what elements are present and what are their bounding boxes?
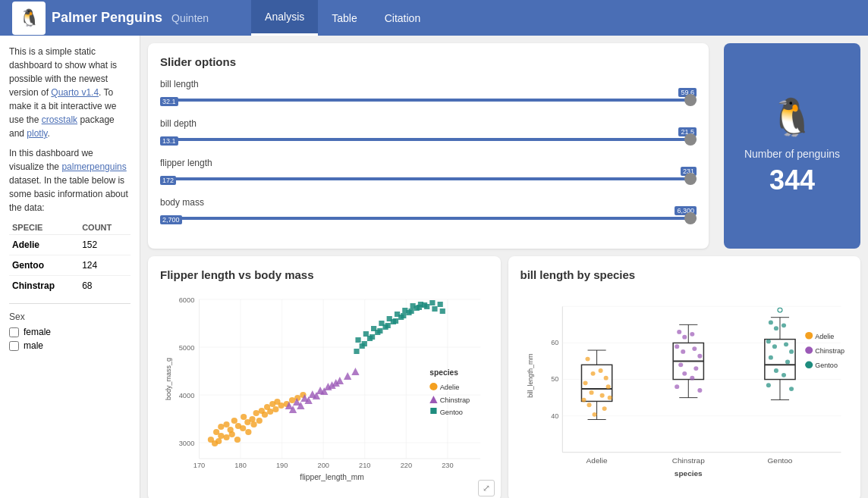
slider-title: Slider options: [160, 55, 697, 68]
slider-panel: Slider options bill length 32.1 59.6 bil…: [148, 43, 709, 249]
slider-track-1: 13.1 21.5: [160, 138, 697, 141]
stat-number: 344: [769, 164, 815, 196]
nav-menu: Analysis Table Citation: [251, 0, 434, 36]
svg-point-176: [789, 349, 794, 354]
count-cell: 124: [79, 255, 131, 276]
slider-thumb-3[interactable]: [684, 212, 697, 224]
svg-point-141: [607, 396, 612, 400]
slider-thumb-0[interactable]: [684, 94, 697, 106]
svg-point-156: [678, 362, 683, 367]
svg-point-106: [429, 383, 437, 390]
svg-text:Adelie: Adelie: [440, 384, 460, 391]
svg-rect-95: [370, 334, 375, 340]
svg-point-46: [262, 412, 268, 418]
slider-min-3: 2,700: [160, 215, 182, 224]
svg-text:230: 230: [442, 462, 453, 469]
svg-text:Gentoo: Gentoo: [440, 409, 463, 416]
plotly-link[interactable]: plotly: [27, 128, 47, 139]
svg-text:5000: 5000: [179, 344, 195, 352]
svg-point-39: [223, 434, 229, 440]
svg-text:180: 180: [234, 462, 246, 469]
nav-table[interactable]: Table: [318, 0, 370, 36]
male-checkbox[interactable]: [9, 341, 19, 351]
app-subtitle: Quinten: [171, 12, 209, 24]
svg-point-157: [693, 366, 698, 371]
content-area: Slider options bill length 32.1 59.6 bil…: [140, 36, 868, 498]
svg-rect-94: [362, 341, 367, 346]
slider-thumb-2[interactable]: [684, 173, 697, 185]
svg-text:210: 210: [359, 462, 370, 469]
svg-point-130: [590, 371, 595, 376]
penguins-link[interactable]: palmerpenguins: [61, 161, 126, 172]
boxplot-area: 40 50 60 bill_length_mm: [520, 292, 849, 489]
svg-point-40: [229, 431, 235, 437]
scatter-fullscreen-button[interactable]: ⤢: [478, 480, 495, 496]
svg-text:Gentoo: Gentoo: [767, 456, 792, 465]
svg-point-171: [773, 326, 778, 330]
count-cell: 152: [79, 235, 131, 255]
svg-point-158: [682, 371, 687, 376]
svg-point-172: [781, 323, 785, 327]
slider-thumb-1[interactable]: [684, 133, 697, 146]
svg-marker-108: [429, 396, 437, 403]
svg-point-32: [249, 416, 255, 422]
svg-text:Gentoo: Gentoo: [815, 362, 838, 369]
sliders-list: bill length 32.1 59.6 bill depth 13.1 21…: [160, 79, 697, 226]
svg-point-175: [784, 342, 788, 346]
svg-text:bill_length_mm: bill_length_mm: [526, 354, 533, 398]
svg-point-49: [278, 402, 284, 409]
table-row: Chinstrap68: [9, 276, 131, 296]
svg-text:50: 50: [551, 376, 558, 384]
svg-point-161: [697, 388, 702, 393]
slider-track-wrap-2[interactable]: 172 231: [160, 171, 697, 186]
slider-row-0: bill length 32.1 59.6: [160, 79, 697, 108]
svg-point-44: [250, 421, 256, 428]
scatter-area: 6000 5000 4000 3000 170 180 190 200 210 …: [160, 292, 489, 489]
svg-rect-102: [424, 304, 429, 309]
svg-point-180: [781, 373, 785, 377]
slider-track-wrap-1[interactable]: 13.1 21.5: [160, 132, 697, 147]
svg-point-135: [599, 393, 604, 398]
svg-point-131: [598, 368, 602, 373]
svg-rect-92: [438, 302, 443, 307]
count-cell: 68: [79, 276, 131, 296]
scatter-svg: 6000 5000 4000 3000 170 180 190 200 210 …: [160, 292, 489, 489]
crosstalk-link[interactable]: crosstalk: [42, 114, 77, 125]
quarto-link[interactable]: Quarto v1.4: [51, 87, 99, 98]
svg-point-160: [675, 384, 679, 389]
svg-text:6000: 6000: [179, 296, 195, 304]
svg-point-179: [773, 368, 778, 373]
slider-track-wrap-0[interactable]: 32.1 59.6: [160, 92, 697, 108]
nav-analysis[interactable]: Analysis: [251, 0, 318, 36]
svg-point-150: [682, 335, 687, 340]
svg-point-149: [677, 330, 681, 334]
female-checkbox-row: female: [9, 327, 131, 337]
col-count: COUNT: [79, 221, 131, 235]
svg-point-181: [766, 383, 770, 387]
slider-label-2: flipper length: [160, 158, 697, 168]
svg-point-134: [589, 390, 593, 395]
nav-citation[interactable]: Citation: [371, 0, 434, 36]
svg-point-28: [231, 418, 237, 424]
brand: 🐧 Palmer Penguins Quinten: [12, 2, 209, 35]
stat-card: 🐧 Number of penguins 344: [724, 43, 860, 249]
svg-point-163: [777, 308, 782, 312]
female-checkbox[interactable]: [9, 327, 19, 337]
svg-rect-98: [393, 318, 398, 324]
app-title: Palmer Penguins: [52, 10, 162, 26]
svg-rect-103: [432, 306, 437, 312]
svg-text:Adelie: Adelie: [586, 456, 607, 465]
slider-row-2: flipper length 172 231: [160, 158, 697, 186]
slider-track-wrap-3[interactable]: 2,700 6,300: [160, 211, 697, 226]
sidebar-desc1: This is a simple static dashboard to sho…: [9, 45, 131, 140]
svg-point-178: [785, 360, 790, 365]
svg-rect-91: [429, 300, 435, 305]
svg-text:species: species: [429, 368, 458, 377]
male-label: male: [24, 340, 43, 351]
svg-point-177: [768, 355, 772, 360]
svg-rect-73: [355, 337, 360, 343]
svg-rect-93: [354, 349, 359, 354]
divider: [9, 303, 131, 304]
svg-rect-101: [417, 305, 422, 310]
svg-text:40: 40: [551, 412, 558, 420]
